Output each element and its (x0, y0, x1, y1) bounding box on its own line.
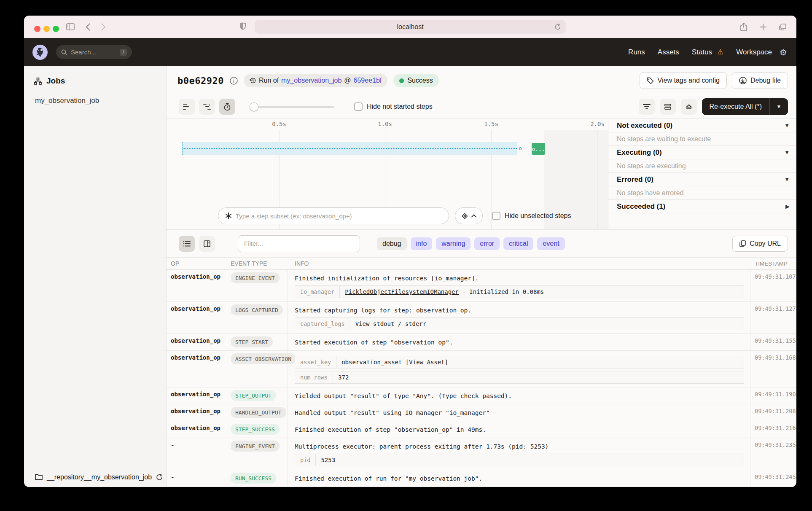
log-table: OP EVENT TYPE INFO TIMESTAMP observation… (167, 257, 796, 487)
metadata-tag: pid5253 (295, 454, 744, 466)
timestamp-cell: 09:49:31.208 (750, 404, 796, 421)
flat-view-button[interactable] (179, 99, 195, 115)
dagster-logo[interactable] (32, 45, 48, 60)
step-duration-span (182, 142, 517, 155)
panel-section-errored[interactable]: Errored (0) ▼ (608, 173, 796, 186)
run-header: b0e62920 Run of my_observation_job @ 659… (167, 66, 796, 95)
waterfall-view-button[interactable] (199, 99, 215, 115)
timestamp-cell: 09:49:31.107 (750, 270, 796, 301)
level-pill-error[interactable]: error (474, 237, 500, 250)
table-row[interactable]: observation_opASSET_OBSERVATIONasset_key… (167, 351, 796, 387)
step-status-panel: Not executed (0) ▼ No steps are waiting … (608, 119, 796, 228)
url-bar[interactable]: localhost (255, 20, 566, 34)
split-panel-button[interactable] (660, 99, 676, 115)
panel-section-not-executed[interactable]: Not executed (0) ▼ (608, 119, 796, 132)
level-pill-warning[interactable]: warning (436, 237, 471, 250)
forward-button[interactable] (101, 23, 106, 31)
table-row[interactable]: -RUN_SUCCESSFinished execution of run fo… (167, 470, 796, 487)
refresh-repository-icon[interactable] (156, 474, 163, 481)
table-row[interactable]: observation_opSTEP_SUCCESSFinished execu… (167, 421, 796, 438)
commit-link[interactable]: 659ee1bf (354, 77, 382, 84)
tag-link[interactable]: PickledObjectFilesystemIOManager (345, 288, 459, 295)
back-button[interactable] (86, 23, 90, 31)
tag-key: pid (295, 454, 316, 466)
nav-assets[interactable]: Assets (658, 48, 679, 56)
debug-file-button[interactable]: Debug file (732, 72, 788, 89)
event-type-pill: ENGINE_EVENT (231, 441, 280, 452)
chevron-right-icon: ▶ (785, 203, 790, 210)
global-search-input[interactable]: Search... / (56, 45, 132, 59)
log-filter-input[interactable] (244, 240, 354, 247)
table-row[interactable]: observation_opSTEP_STARTStarted executio… (167, 334, 796, 351)
event-type-cell: STEP_SUCCESS (227, 421, 288, 438)
tab-overview-icon[interactable] (779, 24, 786, 30)
log-structured-view-button[interactable] (199, 236, 215, 252)
graph-query-toggle-button[interactable] (455, 207, 483, 224)
reexecute-dropdown-button[interactable]: ▼ (769, 98, 788, 115)
copy-url-button[interactable]: Copy URL (732, 236, 788, 252)
share-icon[interactable] (740, 23, 747, 31)
table-row[interactable]: observation_opHANDLED_OUTPUTHandled outp… (167, 404, 796, 421)
gantt-ruler: 0.5s 1.0s 1.5s 2.0s (167, 119, 608, 130)
step-subset-input[interactable] (236, 212, 442, 220)
section-empty-text: No steps have errored (617, 189, 683, 197)
table-row[interactable]: observation_opLOGS_CAPTUREDStarted captu… (167, 302, 796, 334)
new-tab-icon[interactable] (760, 24, 766, 30)
panel-section-executing[interactable]: Executing (0) ▼ (608, 146, 796, 159)
info-icon[interactable] (230, 77, 238, 85)
zoom-slider[interactable] (250, 99, 334, 115)
timestamp-cell: 09:49:31.168 (750, 351, 796, 387)
metadata-tag: captured_logsView stdout / stderr (295, 317, 744, 330)
copy-icon (739, 240, 746, 247)
info-text: Started capturing logs for step: observa… (295, 304, 744, 315)
level-pill-info[interactable]: info (411, 237, 433, 250)
view-tags-config-button[interactable]: View tags and config (640, 72, 727, 89)
sidebar-toggle-icon[interactable] (66, 23, 75, 30)
app-header: Search... / Runs Assets Status ⚠ Workspa… (24, 38, 796, 66)
section-title: Not executed (0) (617, 121, 672, 130)
zoom-window-button[interactable] (53, 26, 59, 32)
collapse-panel-button[interactable] (681, 99, 697, 115)
timed-view-button[interactable] (219, 99, 235, 115)
tag-link[interactable]: View Asset (409, 359, 444, 366)
chevron-down-icon: ▼ (784, 176, 790, 183)
nav-status[interactable]: Status (692, 48, 712, 56)
nav-workspace[interactable]: Workspace (736, 48, 772, 56)
job-link[interactable]: my_observation_job (281, 77, 341, 84)
search-icon (61, 49, 67, 55)
debug-file-label: Debug file (750, 77, 781, 84)
sidebar-item-my-observation-job[interactable]: my_observation_job (24, 86, 166, 105)
panel-empty-row: No steps have errored (608, 186, 796, 200)
filter-steps-button[interactable] (639, 99, 655, 115)
minimize-window-button[interactable] (43, 26, 50, 32)
gear-icon[interactable]: ⚙ (780, 47, 787, 57)
info-cell: Yielded output "result" of type "Any". (… (288, 387, 750, 404)
hide-unselected-checkbox[interactable] (492, 212, 500, 220)
table-row[interactable]: -ENGINE_EVENTMultiprocess executor: pare… (167, 438, 796, 470)
table-row[interactable]: observation_opENGINE_EVENTFinished initi… (167, 270, 796, 302)
hide-not-started-checkbox[interactable] (354, 102, 363, 111)
op-cell: observation_op (167, 270, 227, 301)
event-type-pill: STEP_OUTPUT (231, 390, 276, 401)
tag-value: 372 (333, 374, 354, 381)
nav-runs[interactable]: Runs (628, 48, 645, 56)
section-title: Succeeded (1) (617, 202, 665, 211)
table-row[interactable]: observation_opSTEP_OUTPUTYielded output … (167, 387, 796, 404)
level-pill-critical[interactable]: critical (503, 237, 533, 250)
level-pill-event[interactable]: event (537, 237, 565, 250)
info-text: Finished execution of run for "my_observ… (295, 473, 744, 483)
timestamp-cell: 09:49:31.235 (750, 438, 796, 470)
tag-value: observation_asset [View Asset] (336, 359, 453, 366)
jobs-sidebar: Jobs my_observation_job __repository__my… (24, 66, 167, 487)
log-list-view-button[interactable] (179, 236, 195, 252)
level-pill-debug[interactable]: debug (377, 237, 407, 250)
view-tags-config-label: View tags and config (658, 77, 720, 84)
slider-knob[interactable] (250, 102, 258, 111)
reload-icon[interactable] (554, 24, 561, 30)
op-cell: observation_op (167, 421, 227, 438)
reexecute-all-button[interactable]: Re-execute All (*) (702, 98, 770, 115)
gantt-step-box[interactable]: o... (532, 143, 545, 155)
info-text: Yielded output "result" of type "Any". (… (295, 390, 744, 401)
panel-section-succeeded[interactable]: Succeeded (1) ▶ (608, 200, 796, 213)
close-window-button[interactable] (34, 26, 40, 32)
